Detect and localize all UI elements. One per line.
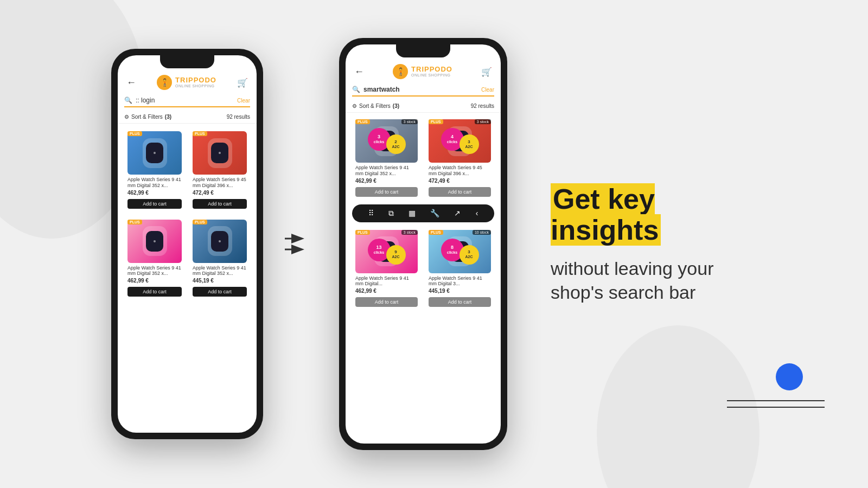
product-name-4: Apple Watch Series 9 41 mm Digital 352 x… [193,265,247,277]
product-card-4: PLUS Apple Watch Series 9 41 mm Digital … [189,216,250,300]
product-price-pp1: 462,99 € [355,178,418,184]
stock-badge-pp2: 3 stock [475,119,491,124]
plus-badge-pp1: PLUS [355,119,370,124]
stock-badge-pp1: 3 stock [401,119,418,124]
cart-icon-2[interactable]: 🛒 [481,67,492,77]
product-img-pp4: 8 clicks 3 A2C [429,230,491,273]
clicks-number-pp4: 8 [451,245,454,251]
product-card-2: PLUS Apple Watch Series 9 45 mm Digital … [189,128,250,212]
plus-badge-4: PLUS [193,220,207,224]
clicks-number-pp3: 13 [376,245,381,251]
clicks-number-pp1: 3 [378,134,380,140]
logo-text-2: TRIPPODO ONLINE SHOPPING [411,66,452,78]
product-name-1: Apple Watch Series 9 41 mm Digital 352 x… [127,177,182,189]
add-to-cart-btn-4[interactable]: Add to cart [193,287,247,297]
product-price-pp4: 445,19 € [429,288,491,294]
toolbar-icon-wrench[interactable]: 🔧 [430,209,439,217]
product-img-pp1: 3 clicks 2 A2C [355,119,418,163]
phone1-filter-bar: ⚙ Sort & Filters (3) 92 results [118,112,257,124]
product-card-pp3: PLUS 3 stock 13 clicks [352,227,421,311]
product-card-1: PLUS Apple Watch Series 9 41 mm Digital … [124,128,185,212]
product-card-pp2: PLUS 3 stock 4 clicks [425,116,494,200]
clicks-number-pp2: 4 [451,134,454,140]
toolbar-icon-grid[interactable]: ⠿ [368,209,374,217]
watch-dot-4 [219,240,221,242]
phone1-search-bar[interactable]: 🔍 :: login Clear [124,97,250,107]
search-query-2: smartwatch [363,86,481,93]
filter-icon: ⚙ [124,114,129,120]
badge-group-pp4: 8 clicks 3 A2C [441,239,479,265]
plus-badge-pp4: PLUS [429,230,443,235]
toolbar-icon-share[interactable]: ↗ [454,209,461,217]
right-content: Get key insights without leaving your sh… [529,184,757,305]
product-name-pp4: Apple Watch Series 9 41 mm Digital 3... [429,275,491,287]
add-to-cart-btn-pp1[interactable]: Add to cart [355,187,418,197]
add-to-cart-btn-pp2[interactable]: Add to cart [429,187,491,197]
add-to-cart-btn-pp3[interactable]: Add to cart [355,297,418,307]
add-to-cart-btn-3[interactable]: Add to cart [127,287,182,297]
phone1: ← 🧍 TRIPPODO ONLINE SHOPPING 🛒 🔍 :: logi… [111,49,263,439]
a2c-number-pp3: 9 [394,250,397,255]
badge-group-pp1: 3 clicks 2 A2C [368,128,406,154]
product-card-pp4: PLUS 10 stock 8 clicks [425,227,494,311]
add-to-cart-btn-pp4[interactable]: Add to cart [429,297,491,307]
product-img-4 [193,220,247,263]
search-icon-2: 🔍 [352,86,360,93]
toolbar-icon-layers[interactable]: ⧉ [388,209,394,218]
phone2-products-grid: PLUS 3 stock 3 clicks [346,113,501,313]
watch-dot-3 [154,240,156,242]
phone1-notch [160,55,214,68]
cart-icon[interactable]: 🛒 [237,78,248,88]
back-arrow-2-icon[interactable]: ← [354,66,364,78]
product-card-3: PLUS Apple Watch Series 9 41 mm Digital … [124,216,185,300]
a2c-number-pp4: 3 [468,250,470,255]
trippodo-logo-icon: 🧍 [157,75,172,90]
product-price-pp3: 462,99 € [355,288,418,294]
toolbar-icon-chevron[interactable]: ‹ [476,209,478,217]
toolbar[interactable]: ⠿ ⧉ ▦ 🔧 ↗ ‹ [352,204,494,222]
back-arrow-icon[interactable]: ← [126,77,136,88]
clicks-label-pp3: clicks [374,251,384,255]
watch-screen-2 [211,143,228,163]
a2c-number-pp1: 2 [394,140,397,145]
plus-badge-3: PLUS [127,220,142,224]
filter-left-2[interactable]: ⚙ Sort & Filters (3) [352,103,399,109]
search-clear-btn-2[interactable]: Clear [481,87,494,93]
watch-dot-1 [154,152,156,154]
plus-badge-2: PLUS [193,131,207,136]
product-name-2: Apple Watch Series 9 45 mm Digital 396 x… [193,177,247,189]
phone1-screen: ← 🧍 TRIPPODO ONLINE SHOPPING 🛒 🔍 :: logi… [118,55,257,433]
logo-area: 🧍 TRIPPODO ONLINE SHOPPING [157,75,216,90]
filter-count-2: (3) [393,103,399,109]
clicks-label-pp2: clicks [447,140,457,144]
product-price-4: 445,19 € [193,278,247,284]
add-to-cart-btn-2[interactable]: Add to cart [193,199,247,209]
phone2-notch [396,44,450,57]
phone1-products-grid: PLUS Apple Watch Series 9 41 mm Digital … [118,124,257,304]
results-count: 92 results [227,114,250,120]
logo-text: TRIPPODO ONLINE SHOPPING [175,76,216,88]
a2c-label-pp4: A2C [465,255,473,259]
phone2-search-bar[interactable]: 🔍 smartwatch Clear [352,86,494,97]
plus-badge-1: PLUS [127,131,142,136]
watch-screen-3 [146,231,163,252]
filter-label: Sort & Filters [131,114,163,120]
filter-icon-2: ⚙ [352,103,357,109]
trippodo-logo-icon-2: 🧍 [393,64,408,79]
a2c-badge-pp1: 2 A2C [386,134,406,154]
search-clear-btn[interactable]: Clear [237,98,250,104]
logo-sub-text-2: ONLINE SHOPPING [411,73,452,78]
product-price-pp2: 472,49 € [429,178,491,184]
insight-title: Get key insights [551,184,757,246]
product-img-2 [193,131,247,175]
add-to-cart-btn-1[interactable]: Add to cart [127,199,182,209]
a2c-label-pp2: A2C [465,145,473,149]
toolbar-icon-calendar[interactable]: ▦ [409,209,416,217]
watch-shape-3 [143,226,167,256]
badge-group-pp2: 4 clicks 3 A2C [441,128,479,154]
product-name-pp1: Apple Watch Series 9 41 mm Digital 352 x… [355,165,418,177]
stock-badge-pp4: 10 stock [473,230,491,235]
filter-left[interactable]: ⚙ Sort & Filters (3) [124,114,171,120]
a2c-badge-pp4: 3 A2C [459,245,479,265]
a2c-label-pp1: A2C [392,145,399,149]
